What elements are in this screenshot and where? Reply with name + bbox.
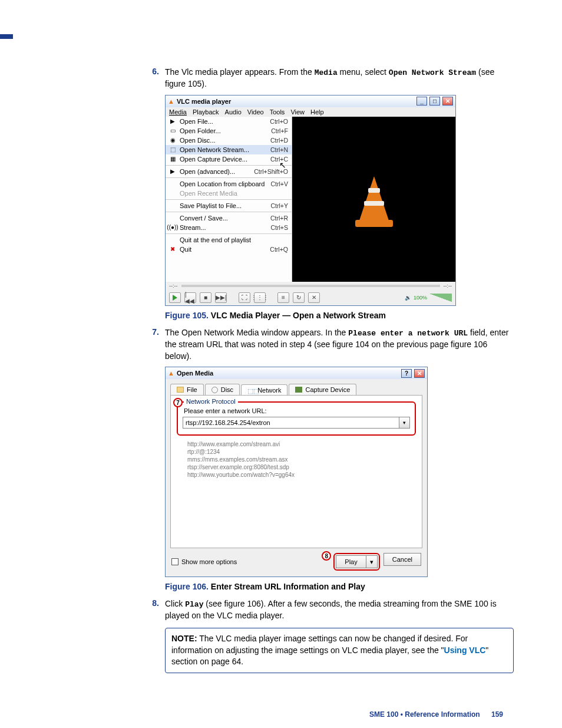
menu-item[interactable]: ◉Open Disc...Ctrl+D [166,136,292,145]
playlist-button[interactable]: ≡ [277,292,289,303]
volume-control[interactable]: 🔉 100% [405,294,452,302]
volume-slider[interactable] [429,294,452,302]
menu-item[interactable]: ⬚Open Network Stream...Ctrl+N [166,145,292,154]
tab-capture[interactable]: Capture Device [289,384,356,395]
menu-item-label: Save Playlist to File... [180,202,267,209]
ext-settings-button[interactable]: ⋮⋮⋮ [254,292,266,303]
step-text: The Vlc media player appears. From the M… [165,67,514,90]
menu-item[interactable]: ((●))Stream...Ctrl+S [166,223,292,232]
menu-item-icon: ⬚ [169,146,176,153]
menu-item[interactable]: ▶Open (advanced)...Ctrl+Shift+O [166,167,292,176]
example-url: http://www.yourtube.com/watch?v=gg64x [187,471,416,479]
menu-video[interactable]: Video [247,108,264,116]
footer-title: SME 100 • Reference Information [369,710,480,719]
cursor-icon: ↖ [279,160,286,170]
text: menu, select [338,67,389,77]
menu-item-icon [169,215,176,222]
callout-7: 7 [173,398,183,407]
menu-item[interactable]: ✖QuitCtrl+Q [166,245,292,254]
menu-item[interactable]: Quit at the end of playlist [166,235,292,245]
step-text: The Open Network Media window appears. I… [165,327,514,362]
url-examples: http://www.example.com/stream.avirtp://@… [187,440,416,479]
button-name: Play [185,600,203,609]
url-prompt: Please enter a network URL: [184,407,410,414]
menu-item[interactable]: Open Location from clipboardCtrl+V [166,179,292,189]
vlc-cone-icon: ▲ [168,370,174,377]
loop-button[interactable]: ↻ [293,292,305,303]
network-url-input[interactable] [183,417,399,429]
menu-item[interactable]: ▭Open Folder...Ctrl+F [166,126,292,136]
tab-disc[interactable]: Disc [205,384,240,395]
note-label: NOTE: [171,634,197,643]
play-button[interactable]: Play [336,555,366,568]
figure-number: Figure 106. [165,582,209,591]
menu-item-icon: ▶ [169,118,176,125]
menu-item-label: Open Folder... [180,127,267,134]
using-vlc-link[interactable]: Using VLC [444,645,486,655]
stop-button[interactable]: ■ [200,292,211,303]
menu-tools[interactable]: Tools [270,108,285,116]
tab-network[interactable]: ⬚⬚ Network [241,384,287,396]
menu-item[interactable]: Save Playlist to File...Ctrl+Y [166,201,292,210]
step-number: 8. [148,598,159,622]
menu-item: Open Recent Media [166,189,292,198]
menu-playback[interactable]: Playback [193,108,219,116]
minimize-button[interactable]: _ [416,97,427,106]
network-panel: 7 Network Protocol Please enter a networ… [170,395,422,548]
open-media-titlebar: ▲ Open Media ? ✕ [166,367,427,379]
page-number: 159 [491,710,503,719]
close-button[interactable]: ✕ [414,369,425,378]
menu-help[interactable]: Help [310,108,324,116]
fieldset-legend: Network Protocol [184,398,238,405]
menu-item[interactable]: Convert / Save...Ctrl+R [166,213,292,223]
help-button[interactable]: ? [401,369,412,378]
tab-file[interactable]: File [170,384,204,395]
menu-item-label: Stream... [180,224,267,231]
next-button[interactable]: ▶▶| [215,292,227,303]
example-url: rtp://@:1234 [187,448,416,456]
playback-controls: |◀◀ ■ ▶▶| ⛶ ⋮⋮⋮ ≡ ↻ ✕ 🔉 100% [166,290,455,305]
menu-shortcut: Ctrl+V [271,180,288,187]
top-accent-bar [0,34,13,39]
tab-label: Disc [221,386,233,393]
show-more-options[interactable]: Show more options [171,558,237,565]
maximize-button[interactable]: □ [429,97,440,106]
cancel-button[interactable]: Cancel [384,553,421,566]
fullscreen-button[interactable]: ⛶ [239,292,250,303]
menu-shortcut: Ctrl+D [270,137,288,144]
vlc-menubar: Media Playback Audio Video Tools View He… [166,107,455,117]
prev-button[interactable]: |◀◀ [184,292,196,303]
menu-media[interactable]: Media [169,108,187,116]
step-8: 8. Click Play (see figure 106). After a … [148,598,514,622]
menu-item-label: Open Capture Device... [180,156,267,163]
figure-title: Enter Stream URL Information and Play [211,582,365,591]
menu-item[interactable]: ▶Open File...Ctrl+O [166,117,292,126]
close-button[interactable]: ✕ [442,97,453,106]
seek-bar[interactable]: --:-- --:-- [166,282,455,290]
menu-item-icon: ▶ [169,168,176,175]
tab-label: Network [257,387,281,394]
figure-105-caption: Figure 105. VLC Media Player — Open a Ne… [165,311,514,320]
menu-item-label: Open Recent Media [180,190,285,197]
menu-shortcut: Ctrl+Q [270,246,288,253]
url-dropdown-button[interactable]: ▾ [399,417,410,429]
disc-icon [211,387,218,393]
menu-item-label: Open Disc... [180,137,267,144]
dialog-bottom: Show more options 8 Play ▾ Cancel [166,553,427,577]
figure-106-caption: Figure 106. Enter Stream URL Information… [165,582,514,591]
menu-audio[interactable]: Audio [225,108,242,116]
menu-shortcut: Ctrl+R [270,215,288,222]
play-button[interactable] [169,292,181,303]
play-button-group: Play ▾ [333,553,379,571]
volume-value: 100% [414,295,427,301]
speaker-icon: 🔉 [405,295,411,301]
menu-shortcut: Ctrl+O [270,118,288,125]
menu-item[interactable]: ▦Open Capture Device...Ctrl+C [166,154,292,164]
figure-title: VLC Media Player — Open a Network Stream [211,311,386,320]
shuffle-button[interactable]: ✕ [308,292,320,303]
page-footer: SME 100 • Reference Information 159 [369,710,503,719]
menu-view[interactable]: View [290,108,305,116]
play-dropdown-button[interactable]: ▾ [366,555,378,568]
menu-shortcut: Ctrl+S [271,224,288,231]
step-6: 6. The Vlc media player appears. From th… [148,67,514,90]
